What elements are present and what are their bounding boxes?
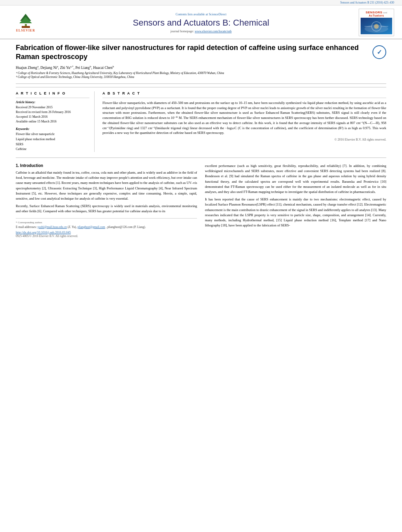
email-label: E-mail addresses: — [16, 225, 37, 229]
keywords-label: Keywords: — [16, 127, 89, 131]
article-info-label: A R T I C L E I N F O — [16, 91, 89, 95]
body-columns: 1. Introduction Caffeine is an alkaloid … — [16, 163, 386, 237]
main-content: Fabrication of flower-like silver nanost… — [0, 39, 402, 242]
contents-text: Contents lists available at — [175, 13, 208, 16]
author-1: Huajun Zhenga, — [16, 66, 40, 70]
email1-name: (Z. Yu), — [67, 225, 76, 229]
citation-text: Sensors and Actuators B 231 (2016) 423–4… — [340, 1, 394, 4]
affiliation-a: ᵃ College of Horticulture & Forestry Sci… — [16, 71, 365, 76]
col2-para2: It has been reported that the cause of S… — [205, 197, 386, 228]
author-3: Zhi Yua,*, — [60, 66, 75, 70]
sensors-image — [361, 18, 392, 34]
keyword-3: SERS — [16, 142, 89, 147]
available-date: Available online 15 March 2016 — [16, 119, 89, 124]
issn-line: 0925-4005/© 2016 Elsevier B.V. All right… — [16, 234, 197, 238]
revised-date: Received in revised form 26 February 201… — [16, 110, 89, 115]
article-title-area: Fabrication of flower-like silver nanost… — [16, 43, 372, 80]
svg-rect-4 — [361, 18, 392, 34]
article-title: Fabrication of flower-like silver nanost… — [16, 43, 365, 62]
abstract-label: A B S T R A C T — [102, 91, 386, 95]
homepage-url[interactable]: www.elsevier.com/locate/snb — [195, 30, 232, 33]
svg-rect-3 — [22, 26, 30, 28]
email2-link[interactable]: plianghust@gmail.com — [78, 225, 105, 229]
affiliation-b: ᵇ College of Optical and Electronic Tech… — [16, 75, 365, 80]
article-body: A R T I C L E I N F O Article history: R… — [16, 87, 386, 152]
sensors-logo-box: SENSORS and AcTuators — [359, 9, 394, 36]
doi-link[interactable]: http://dx.doi.org/10.1016/j.snb.2016.03.… — [16, 231, 71, 234]
journal-header: ELSEVIER Contents lists available at Sci… — [0, 6, 402, 39]
abstract-text: Flower-like silver nanoparticles, with d… — [102, 100, 386, 135]
citation-bar: Sensors and Actuators B 231 (2016) 423–4… — [0, 0, 402, 6]
article-info-panel: A R T I C L E I N F O Article history: R… — [16, 91, 95, 152]
journal-center: Contents lists available at ScienceDirec… — [43, 12, 359, 33]
intro-para1: Caffeine is an alkaloid that mainly foun… — [16, 170, 197, 201]
copyright: © 2016 Elsevier B.V. All rights reserved… — [102, 138, 386, 141]
journal-title: Sensors and Actuators B: Chemical — [43, 18, 359, 28]
section-divider — [16, 158, 386, 158]
actuators-label: AcTuators — [369, 14, 384, 17]
col2-para1: excellent performance (such as high sens… — [205, 163, 386, 195]
intro-para2: Recently, Surface Enhanced Raman Scatter… — [16, 204, 197, 214]
sensors-and-label: and — [383, 11, 387, 14]
svg-point-6 — [374, 24, 379, 29]
intro-heading: 1. Introduction — [16, 163, 197, 168]
article-history: Article history: Received 29 November 20… — [16, 100, 89, 124]
article-title-section: Fabrication of flower-like silver nanost… — [16, 43, 386, 84]
contents-line: Contents lists available at ScienceDirec… — [43, 12, 359, 16]
page-wrapper: Sensors and Actuators B 231 (2016) 423–4… — [0, 0, 402, 242]
sensors-image-svg — [361, 18, 392, 34]
email2-suffix: , plianghust@126.com (P. Liang). — [106, 225, 146, 229]
keywords-section: Keywords: Flower-like silver nanoparticl… — [16, 127, 89, 152]
author-5: Huacai Chenb — [93, 66, 114, 70]
abstract-section: A B S T R A C T Flower-like silver nanop… — [102, 91, 386, 152]
body-col-right: excellent performance (such as high sens… — [205, 163, 386, 237]
received-date: Received 29 November 2015 — [16, 105, 89, 110]
keyword-2: Liquid phase reduction method — [16, 137, 89, 142]
homepage-text: journal homepage: — [170, 30, 194, 33]
author-2: Dejiang Nia, — [40, 66, 60, 70]
sensors-logo-top: SENSORS and — [366, 11, 387, 14]
body-col-left: 1. Introduction Caffeine is an alkaloid … — [16, 163, 197, 237]
keyword-1: Flower-like silver nanoparticle — [16, 132, 89, 137]
footnote-section: * Corresponding author. E-mail addresses… — [16, 218, 197, 238]
elsevier-text: ELSEVIER — [16, 29, 35, 32]
footer-doi-line: http://dx.doi.org/10.1016/j.snb.2016.03.… — [16, 230, 197, 234]
accepted-date: Accepted 11 March 2016 — [16, 115, 89, 119]
elsevier-logo: ELSEVIER — [8, 12, 43, 33]
authors-line: Huajun Zhenga, Dejiang Nia, Zhi Yua,*, P… — [16, 65, 365, 70]
journal-homepage: journal homepage: www.elsevier.com/locat… — [43, 30, 359, 33]
affiliations: ᵃ College of Horticulture & Forestry Sci… — [16, 71, 365, 80]
elsevier-tree-svg — [13, 13, 39, 28]
author-4: Pei Liangb, — [75, 66, 93, 70]
history-label: Article history: — [16, 100, 89, 104]
email1-link[interactable]: yuzhi@mail.hzau.edu.cn — [37, 225, 67, 229]
sciencedirect-link[interactable]: ScienceDirect — [209, 13, 227, 16]
footnote-email: E-mail addresses: yuzhi@mail.hzau.edu.cn… — [16, 225, 197, 229]
sensors-label: SENSORS — [366, 11, 383, 14]
footnote-star: * Corresponding author. — [16, 221, 197, 224]
keyword-4: Caffeine — [16, 147, 89, 152]
crossmark-logo: ✓ — [372, 45, 386, 59]
